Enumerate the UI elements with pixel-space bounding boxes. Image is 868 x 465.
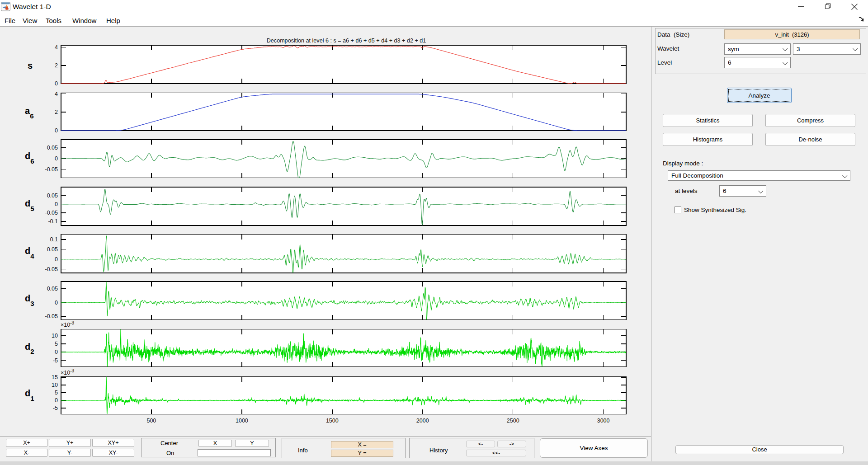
svg-text:1000: 1000	[236, 418, 248, 424]
svg-text:-0.05: -0.05	[45, 313, 58, 319]
svg-text:×10-3: ×10-3	[61, 320, 75, 328]
svg-text:15: 15	[52, 374, 58, 380]
svg-text:s: s	[28, 61, 33, 70]
svg-text:-5: -5	[53, 405, 58, 411]
svg-text:4: 4	[55, 44, 58, 51]
svg-text:10: 10	[52, 382, 58, 388]
svg-text:-0.05: -0.05	[45, 210, 58, 216]
svg-text:0: 0	[55, 201, 58, 207]
svg-text:d2: d2	[25, 342, 34, 356]
svg-text:3000: 3000	[597, 418, 610, 424]
svg-text:Decomposition at level 6 : s =: Decomposition at level 6 : s = a6 + d6 +…	[267, 38, 426, 44]
svg-text:2: 2	[55, 109, 58, 115]
svg-text:-0.05: -0.05	[45, 266, 58, 272]
svg-text:×10-3: ×10-3	[61, 368, 75, 376]
svg-text:1500: 1500	[326, 418, 339, 424]
svg-text:0: 0	[55, 127, 58, 134]
svg-text:d1: d1	[25, 388, 34, 402]
svg-text:0.1: 0.1	[50, 236, 58, 243]
svg-text:2: 2	[55, 62, 58, 69]
svg-text:0: 0	[55, 155, 58, 162]
svg-text:-0.05: -0.05	[45, 166, 58, 173]
svg-text:0: 0	[55, 300, 58, 306]
svg-text:0: 0	[55, 256, 58, 263]
svg-text:0: 0	[55, 80, 58, 87]
svg-text:5: 5	[55, 390, 58, 396]
svg-text:2000: 2000	[416, 418, 429, 424]
svg-text:2500: 2500	[507, 418, 519, 424]
svg-text:d4: d4	[25, 246, 34, 260]
svg-text:0.05: 0.05	[47, 286, 58, 292]
svg-text:d3: d3	[25, 293, 34, 307]
svg-text:4: 4	[55, 91, 58, 97]
svg-text:5: 5	[55, 341, 58, 347]
svg-text:0: 0	[55, 397, 58, 404]
svg-text:10: 10	[52, 333, 58, 339]
svg-text:0.05: 0.05	[47, 193, 58, 199]
svg-text:a6: a6	[25, 106, 33, 120]
svg-text:0.05: 0.05	[47, 246, 58, 253]
svg-text:d6: d6	[25, 151, 34, 165]
svg-text:500: 500	[146, 418, 156, 424]
svg-text:-5: -5	[53, 357, 58, 364]
svg-text:-0.1: -0.1	[48, 218, 58, 225]
svg-text:d5: d5	[25, 198, 34, 212]
svg-text:0: 0	[55, 349, 58, 355]
svg-text:0.05: 0.05	[47, 145, 58, 151]
